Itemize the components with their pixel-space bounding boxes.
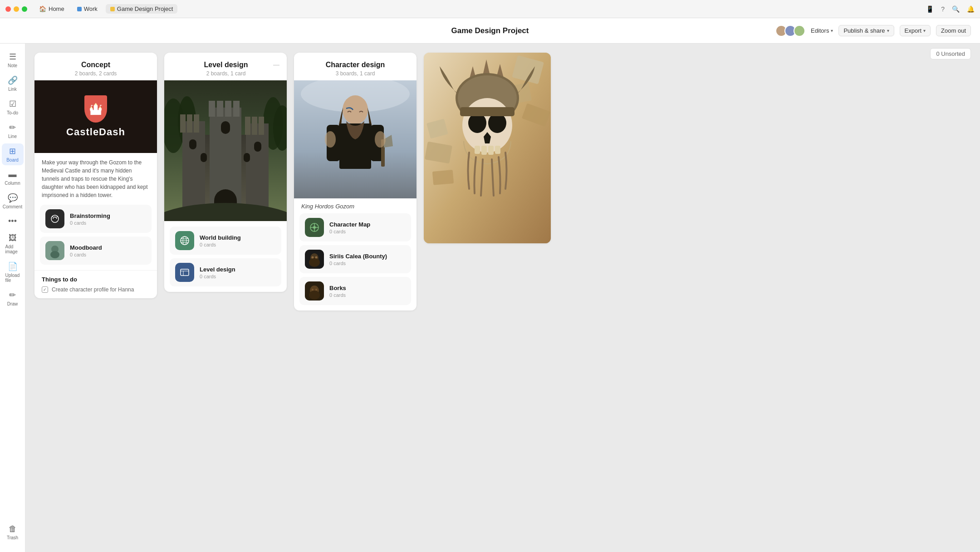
home-icon: 🏠: [39, 5, 46, 12]
svg-point-47: [375, 131, 386, 148]
tab-project-label: Game Design Project: [117, 5, 173, 12]
worldbuilding-info: World building 0 cards: [200, 234, 276, 247]
sirius-icon: [305, 250, 324, 269]
sidebar-item-board[interactable]: ⊞ Board: [2, 143, 24, 165]
warrior-image: [294, 80, 416, 198]
leveldesign-info: Level design 0 cards: [200, 266, 276, 279]
svg-rect-79: [495, 146, 500, 154]
sidebar-item-more[interactable]: •••: [2, 214, 24, 229]
leveldesign-item[interactable]: Level design 0 cards: [170, 258, 281, 286]
borks-icon: [305, 281, 324, 301]
concept-header: Concept 2 boards, 2 cards: [34, 53, 157, 80]
sidebar-item-line[interactable]: ✏ Line: [2, 120, 24, 142]
concept-description: Make your way through the Gozom to the M…: [34, 153, 157, 205]
borks-info: Borks 0 cards: [329, 285, 406, 298]
svg-point-63: [315, 289, 317, 291]
leveldesign-icon: [175, 263, 194, 282]
charmap-info: Character Map 0 cards: [329, 221, 406, 234]
notification-icon[interactable]: 🔔: [967, 5, 975, 13]
sidebar-item-upload[interactable]: 📄 Upload file: [2, 259, 24, 286]
sirius-name: Siriis Calea (Bounty): [329, 253, 406, 260]
draw-icon: ✏: [9, 290, 16, 300]
todo-checkbox[interactable]: ✓: [42, 286, 48, 293]
project-dot: [110, 7, 115, 11]
sidebar-item-column[interactable]: ▬ Column: [2, 167, 24, 188]
svg-rect-36: [181, 269, 189, 276]
sidebar-item-note[interactable]: ☰ Note: [2, 49, 24, 71]
sidebar-item-comment[interactable]: 💬 Comment: [2, 190, 24, 212]
editors-label: Editors: [811, 27, 829, 34]
tab-work[interactable]: Work: [73, 4, 102, 14]
sidebar-column-label: Column: [5, 181, 20, 186]
search-icon[interactable]: 🔍: [952, 5, 960, 13]
worldbuilding-item[interactable]: World building 0 cards: [170, 227, 281, 255]
sidebar-bottom: 🗑 Trash: [2, 522, 24, 547]
tab-home-label: Home: [49, 5, 64, 12]
note-icon: ☰: [9, 52, 16, 62]
sirius-item[interactable]: Siriis Calea (Bounty) 0 cards: [299, 245, 411, 273]
board-icon: ⊞: [9, 146, 16, 156]
sidebar-item-addimage[interactable]: 🖼 Add image: [2, 231, 24, 257]
help-icon[interactable]: ?: [941, 5, 945, 13]
moodboard-item[interactable]: Moodboard 0 cards: [40, 237, 152, 265]
borks-item[interactable]: Borks 0 cards: [299, 277, 411, 305]
sidebar-note-label: Note: [8, 63, 17, 68]
maximize-button[interactable]: [22, 6, 27, 12]
leveldesign-name: Level design: [200, 266, 276, 273]
minimize-button[interactable]: [14, 6, 19, 12]
todo-section: Things to do ✓ Create character profile …: [34, 270, 157, 298]
title-bar-icons: 📱 ? 🔍 🔔: [926, 5, 975, 13]
main-layout: ☰ Note 🔗 Link ☑ To-do ✏ Line ⊞ Board ▬ C…: [0, 44, 980, 552]
close-button[interactable]: [5, 6, 11, 12]
zoomout-button[interactable]: Zoom out: [936, 25, 971, 36]
svg-rect-17: [245, 117, 250, 135]
level-close-icon[interactable]: —: [273, 61, 279, 68]
character-design-column: Character design 3 boards, 1 card: [294, 53, 416, 310]
brainstorming-count: 0 cards: [70, 220, 146, 226]
todo-icon: ☑: [9, 99, 16, 109]
sidebar-item-todo[interactable]: ☑ To-do: [2, 96, 24, 118]
line-icon: ✏: [9, 123, 16, 133]
level-design-column: Level design 2 boards, 1 card —: [164, 53, 287, 297]
level-design-card: Level design 2 boards, 1 card —: [164, 53, 287, 292]
worldbuilding-name: World building: [200, 234, 276, 241]
sidebar-item-draw[interactable]: ✏ Draw: [2, 287, 24, 309]
charmap-item[interactable]: Character Map 0 cards: [299, 213, 411, 242]
concept-hero: CastleDash: [34, 80, 157, 153]
borks-count: 0 cards: [329, 292, 406, 298]
sidebar-addimage-label: Add image: [5, 244, 20, 254]
editors-button[interactable]: Editors ▾: [811, 27, 833, 34]
device-icon[interactable]: 📱: [926, 5, 934, 13]
sidebar-item-link[interactable]: 🔗 Link: [2, 73, 24, 94]
publish-share-button[interactable]: Publish & share ▾: [838, 25, 894, 36]
svg-point-5: [50, 251, 59, 258]
brainstorm-icon: [45, 209, 64, 228]
svg-rect-18: [252, 117, 257, 135]
tab-project[interactable]: Game Design Project: [106, 4, 178, 14]
svg-rect-78: [488, 146, 494, 155]
svg-point-56: [309, 258, 320, 267]
character-design-card: Character design 3 boards, 1 card: [294, 53, 416, 310]
avatar-3: [794, 25, 805, 37]
moodboard-icon: [45, 241, 64, 260]
page-title: Game Design Project: [451, 26, 529, 35]
sidebar-item-trash[interactable]: 🗑 Trash: [2, 522, 24, 543]
svg-rect-22: [217, 101, 223, 117]
borks-name: Borks: [329, 285, 406, 291]
level-design-header: Level design 2 boards, 1 card —: [164, 53, 287, 80]
svg-line-2: [57, 216, 58, 217]
character-name: King Hordos Gozom: [294, 198, 416, 213]
castledash-logo: CastleDash: [66, 95, 125, 138]
unsorted-button[interactable]: 0 Unsorted: [930, 48, 971, 59]
export-button[interactable]: Export ▾: [900, 25, 931, 36]
svg-rect-24: [233, 101, 240, 117]
tab-work-label: Work: [84, 5, 98, 12]
tab-home[interactable]: 🏠 Home: [34, 4, 69, 14]
brainstorming-item[interactable]: Brainstorming 0 cards: [40, 205, 152, 233]
sidebar: ☰ Note 🔗 Link ☑ To-do ✏ Line ⊞ Board ▬ C…: [0, 44, 25, 552]
concept-subtitle: 2 boards, 2 cards: [42, 70, 150, 77]
charmap-icon: [305, 218, 324, 237]
svg-rect-19: [259, 117, 264, 135]
sidebar-link-label: Link: [8, 87, 16, 92]
castledash-text: CastleDash: [66, 126, 125, 138]
